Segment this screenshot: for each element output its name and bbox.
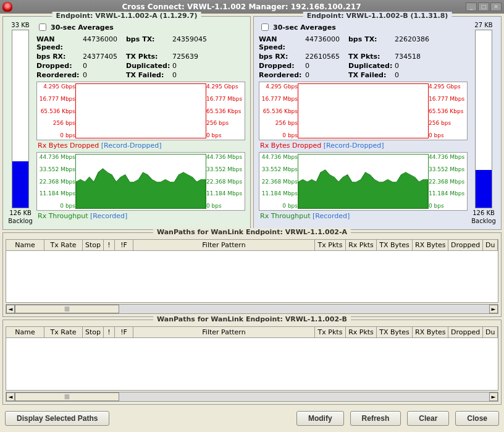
dropped-value: 0 [83, 62, 126, 70]
endpoint-a-gauge: 33 KB 126 KB Backlog [8, 22, 33, 224]
column-header[interactable]: Tx Pkts [315, 240, 346, 250]
gauge-bar [12, 30, 29, 208]
column-header[interactable]: Stop [83, 240, 104, 250]
column-header[interactable]: Du [483, 327, 498, 337]
column-header[interactable]: RX Bytes [413, 240, 448, 250]
maximize-button[interactable]: □ [478, 2, 489, 11]
scroll-left-icon[interactable]: ◄ [6, 305, 15, 313]
column-header[interactable]: Rx Pkts [346, 240, 377, 250]
gauge-fill [476, 170, 492, 207]
scroll-right-icon[interactable]: ► [489, 392, 498, 401]
reordered-label: Reordered: [36, 71, 83, 79]
bps-tx-value: 22620386 [395, 35, 468, 51]
rx-throughput-rec: [Recorded] [90, 212, 127, 220]
gauge-bottom-value: 126 KB [472, 210, 495, 216]
column-header[interactable]: Stop [83, 327, 104, 337]
column-header[interactable]: Filter Pattern [133, 327, 315, 337]
column-header[interactable]: ! [104, 327, 115, 337]
reordered-label: Reordered: [259, 71, 305, 79]
bps-tx-label: bps TX: [348, 35, 395, 51]
column-header[interactable]: Tx Rate [44, 327, 83, 337]
bps-tx-label: bps TX: [126, 35, 172, 51]
rx-dropped-rec: [Record-Dropped] [101, 142, 162, 150]
thirty-sec-avg-label: 30-sec Averages [273, 23, 336, 32]
wanpaths-a-header: NameTx RateStop!!FFilter PatternTx PktsR… [6, 239, 498, 251]
column-header[interactable]: Dropped [448, 327, 483, 337]
wan-speed-value: 44736000 [305, 35, 348, 51]
rx-dropped-label: Rx Bytes Dropped [260, 142, 321, 150]
duplicated-label: Duplicated: [348, 62, 395, 70]
display-selected-paths-button[interactable]: Display Selected Paths [5, 411, 109, 426]
endpoint-a-stats: WAN Speed: 44736000 bps TX: 24359045 bps… [36, 35, 245, 79]
column-header[interactable]: TX Bytes [377, 240, 413, 250]
column-header[interactable]: Rx Pkts [346, 327, 377, 337]
column-header[interactable]: Name [6, 240, 44, 250]
column-header[interactable]: Dropped [448, 240, 483, 250]
bps-rx-label: bps RX: [36, 53, 83, 61]
dropped-label: Dropped: [36, 62, 83, 70]
refresh-button[interactable]: Refresh [350, 411, 401, 426]
column-header[interactable]: Tx Pkts [315, 327, 346, 337]
column-header[interactable]: TX Bytes [377, 327, 413, 337]
reordered-value: 0 [83, 71, 126, 79]
column-header[interactable]: Du [483, 240, 498, 250]
svg-marker-1 [298, 170, 428, 208]
button-bar: Display Selected Paths Modify Refresh Cl… [2, 407, 502, 430]
thirty-sec-avg-checkbox[interactable] [39, 23, 46, 31]
modify-button[interactable]: Modify [296, 411, 344, 426]
rx-dropped-chart: 4.295 Gbps16.777 Mbps65.536 Kbps256 bps0… [259, 82, 468, 140]
wanpaths-b-panel: WanPaths for WanLink Endpoint: VRWL-1.1.… [2, 320, 502, 405]
gauge-bottom-label: Backlog [471, 218, 496, 224]
reordered-value: 0 [305, 71, 348, 79]
rx-dropped-chart: 4.295 Gbps16.777 Mbps65.536 Kbps256 bps0… [36, 82, 245, 140]
svg-marker-0 [76, 169, 206, 208]
wanpaths-b-header: NameTx RateStop!!FFilter PatternTx PktsR… [6, 326, 498, 338]
tx-failed-value: 0 [395, 71, 468, 79]
rx-dropped-rec: [Record-Dropped] [324, 142, 384, 150]
endpoint-b-gauge: 27 KB 126 KB Backlog [471, 22, 496, 224]
tx-pkts-label: TX Pkts: [126, 53, 172, 61]
window-title: Cross Connect: VRWL-1.1.002 Manager: 192… [17, 2, 466, 11]
minimize-button[interactable]: _ [466, 2, 477, 11]
scroll-thumb[interactable] [15, 392, 119, 401]
close-button[interactable]: ✕ [490, 2, 502, 11]
gauge-bottom-value: 126 KB [9, 210, 32, 216]
column-header[interactable]: RX Bytes [413, 327, 448, 337]
tx-failed-label: TX Failed: [348, 71, 395, 79]
scroll-thumb[interactable] [15, 305, 119, 313]
rx-dropped-label: Rx Bytes Dropped [38, 142, 99, 150]
gauge-bottom-label: Backlog [8, 218, 33, 224]
scroll-right-icon[interactable]: ► [489, 305, 498, 313]
rx-throughput-label: Rx Throughput [38, 212, 88, 220]
dropped-label: Dropped: [259, 62, 305, 70]
wanpaths-a-scrollbar[interactable]: ◄ ► [6, 304, 498, 314]
wanpaths-b-body[interactable] [6, 338, 498, 391]
wanpaths-a-panel: WanPaths for WanLink Endpoint: VRWL-1.1.… [2, 232, 502, 318]
duplicated-value: 0 [395, 62, 468, 70]
duplicated-label: Duplicated: [126, 62, 172, 70]
rx-throughput-chart: 44.736 Mbps33.552 Mbps22.368 Mbps11.184 … [259, 152, 468, 211]
clear-button[interactable]: Clear [407, 411, 449, 426]
wanpaths-b-scrollbar[interactable]: ◄ ► [6, 392, 498, 402]
close-button[interactable]: Close [455, 411, 499, 426]
bps-tx-value: 24359045 [172, 35, 245, 51]
wan-speed-label: WAN Speed: [259, 35, 305, 51]
column-header[interactable]: Tx Rate [44, 240, 83, 250]
wanpaths-a-title: WanPaths for WanLink Endpoint: VRWL-1.1.… [153, 228, 351, 236]
wanpaths-a-body[interactable] [6, 251, 498, 303]
column-header[interactable]: !F [115, 327, 133, 337]
thirty-sec-avg-checkbox[interactable] [261, 23, 269, 31]
rx-throughput-chart: 44.736 Mbps33.552 Mbps22.368 Mbps11.184 … [36, 152, 245, 211]
tx-pkts-value: 725639 [172, 53, 245, 61]
column-header[interactable]: Name [6, 327, 44, 337]
wan-speed-value: 44736000 [83, 35, 126, 51]
column-header[interactable]: !F [115, 240, 133, 250]
window-buttons: _ □ ✕ [466, 2, 502, 11]
duplicated-value: 0 [172, 62, 245, 70]
column-header[interactable]: ! [104, 240, 115, 250]
tx-pkts-value: 734518 [395, 53, 468, 61]
column-header[interactable]: Filter Pattern [133, 240, 315, 250]
rx-throughput-label: Rx Throughput [260, 212, 311, 220]
scroll-left-icon[interactable]: ◄ [6, 392, 15, 401]
tx-pkts-label: TX Pkts: [348, 53, 395, 61]
